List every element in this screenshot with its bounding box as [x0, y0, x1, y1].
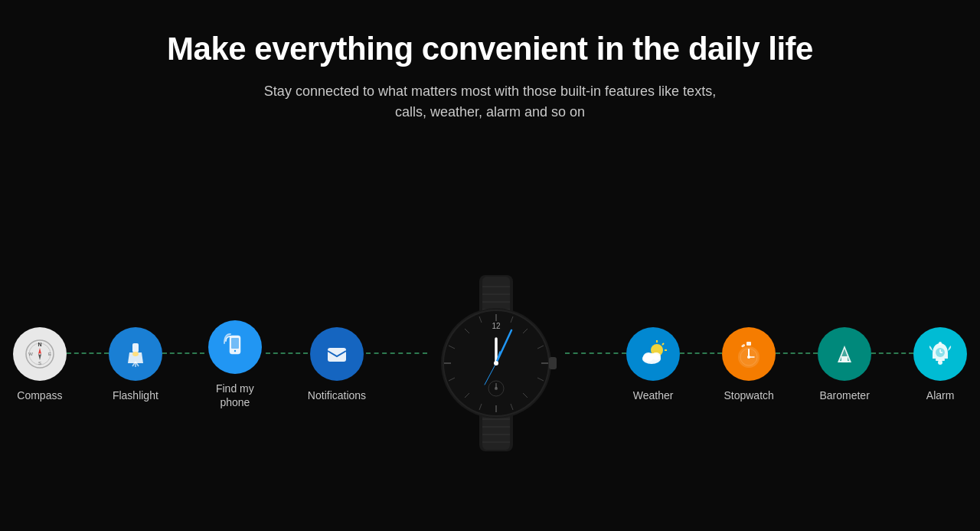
feature-stopwatch: Stopwatch [722, 327, 776, 402]
weather-label: Weather [633, 388, 674, 402]
svg-rect-8 [132, 343, 139, 352]
svg-text:S: S [38, 361, 41, 365]
svg-point-64 [652, 352, 661, 360]
feature-find-phone: Find my phone [204, 320, 266, 409]
connector-8 [871, 352, 913, 354]
svg-point-9 [132, 352, 139, 356]
alarm-label: Alarm [926, 388, 955, 402]
flashlight-label: Flashlight [113, 388, 158, 402]
features-section: N S W E Compass Flashligh [0, 275, 980, 454]
feature-notifications: Notifications [308, 327, 366, 402]
compass-label: Compass [17, 388, 62, 402]
subtitle: Stay connected to what matters most with… [260, 81, 720, 123]
compass-icon: N S W E [13, 327, 67, 381]
svg-rect-74 [841, 356, 848, 362]
stopwatch-icon [722, 327, 776, 381]
notifications-label: Notifications [308, 388, 366, 402]
connector-4 [366, 352, 427, 354]
watch-svg: 12 [427, 275, 565, 451]
find-phone-icon [208, 320, 262, 374]
svg-rect-16 [328, 348, 346, 362]
svg-point-76 [938, 360, 942, 365]
svg-line-60 [662, 343, 664, 345]
notifications-icon [310, 327, 364, 381]
svg-text:N: N [38, 342, 41, 347]
svg-rect-52 [549, 357, 557, 369]
svg-text:E: E [48, 352, 51, 356]
connector-7 [776, 352, 818, 354]
feature-compass: N S W E Compass [13, 327, 67, 402]
barometer-label: Barometer [819, 388, 869, 402]
alarm-icon [913, 327, 967, 381]
feature-weather: Weather [626, 327, 680, 402]
svg-text:12: 12 [492, 322, 501, 330]
connector-2 [162, 352, 204, 354]
flashlight-icon [109, 327, 162, 381]
weather-icon [626, 327, 680, 381]
connector-3 [266, 352, 308, 354]
svg-rect-14 [231, 338, 239, 349]
svg-rect-65 [746, 342, 751, 346]
svg-text:W: W [28, 352, 33, 356]
feature-alarm: Alarm [913, 327, 967, 402]
svg-point-57 [494, 361, 498, 365]
connector-6 [680, 352, 722, 354]
feature-flashlight: Flashlight [109, 327, 162, 402]
find-phone-label: Find my phone [204, 382, 266, 409]
connector-5 [565, 352, 626, 354]
watch-display: 12 [427, 275, 565, 454]
svg-point-15 [234, 350, 236, 352]
connector-1 [67, 352, 109, 354]
main-title: Make everything convenient in the daily … [167, 31, 813, 67]
stopwatch-label: Stopwatch [724, 388, 773, 402]
feature-barometer: Barometer [818, 327, 871, 402]
barometer-icon [818, 327, 871, 381]
svg-point-77 [939, 342, 942, 345]
svg-rect-66 [741, 344, 746, 348]
